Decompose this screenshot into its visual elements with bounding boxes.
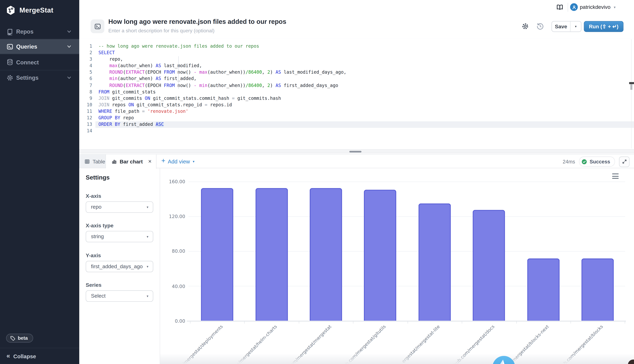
x-axis-value: repo: [91, 204, 102, 210]
code-line-6[interactable]: min(author_when) AS first_added,: [95, 76, 634, 82]
code-line-2[interactable]: SELECT: [95, 50, 634, 56]
x-axis-type-select[interactable]: string▾: [86, 231, 153, 242]
topbar-divider: [568, 3, 568, 12]
chart-settings-panel: Settings X-axisrepo▾X-axis typestring▾Y-…: [79, 168, 160, 364]
code-line-13[interactable]: ORDER BY first_added ASC: [95, 121, 634, 128]
x-axis-tick: [244, 321, 245, 324]
y-axis-select[interactable]: first_added_days_ago▾: [86, 261, 153, 272]
book-icon: [6, 28, 13, 35]
bar-om/mergestat/mergestat[interactable]: [310, 188, 342, 321]
x-axis-type-value: string: [91, 234, 104, 240]
query-title[interactable]: How long ago were renovate.json files ad…: [108, 18, 286, 26]
sidebar-item-repos[interactable]: Repos: [0, 24, 79, 39]
sql-editor[interactable]: 1234567891011121314 -- how long ago were…: [79, 38, 634, 149]
beta-badge: beta: [6, 334, 33, 342]
y-axis-tick-label: 40.00: [160, 283, 185, 289]
resizer-grip-handle[interactable]: [349, 150, 362, 152]
query-settings-gear-icon[interactable]: [522, 22, 529, 30]
terminal-icon: [6, 43, 13, 50]
y-axis-tick-label: 0.00: [160, 318, 185, 324]
sidebar-nav: ReposQueriesConnectSettings: [0, 24, 79, 85]
x-axis-tick: [625, 321, 625, 324]
field-label-series: Series: [86, 282, 102, 288]
add-view-caret-icon: ▾: [193, 160, 194, 164]
add-view-button[interactable]: + Add view ▾: [161, 154, 194, 168]
username[interactable]: patrickdevivo: [580, 4, 610, 10]
avatar[interactable]: [570, 3, 578, 11]
bar-ergestat/mergestat-lite[interactable]: [418, 204, 451, 321]
field-label-y-axis: Y-axis: [86, 252, 101, 258]
sidebar-item-connect[interactable]: Connect: [0, 54, 79, 70]
bar-m/mergestat/blocks-next[interactable]: [527, 258, 560, 321]
status-badge: Success: [579, 156, 615, 166]
check-circle-icon: [582, 159, 587, 164]
bar-hub.com/mergestat/docs[interactable]: [473, 210, 505, 321]
top-bar: patrickdevivo ▾: [79, 0, 634, 15]
query-description-placeholder[interactable]: Enter a short description for this query…: [108, 28, 214, 34]
chat-widget-button[interactable]: [492, 356, 515, 364]
editor-code[interactable]: -- how long ago were renovate.json files…: [79, 43, 634, 134]
chevron-down-icon: [66, 75, 72, 80]
table-icon: [84, 159, 90, 164]
user-menu-caret-icon[interactable]: ▾: [614, 5, 616, 9]
chevron-down-icon: [66, 29, 72, 34]
chart-context-menu-icon[interactable]: [612, 174, 619, 179]
query-terminal-icon: [90, 19, 104, 33]
collapse-button[interactable]: « Collapse: [0, 348, 79, 364]
gridline: [188, 182, 625, 182]
save-dropdown-caret-icon[interactable]: ▾: [570, 21, 581, 31]
dropdown-caret-icon: ▾: [146, 264, 148, 268]
code-line-11[interactable]: WHERE file_path = 'renovate.json': [95, 108, 634, 115]
docs-book-icon[interactable]: [556, 4, 563, 10]
bar-m/mergestat/helm-charts[interactable]: [256, 188, 288, 321]
settings-heading: Settings: [86, 174, 110, 181]
code-line-3[interactable]: repo,: [95, 56, 634, 63]
tab-table[interactable]: Table: [79, 154, 106, 168]
collapse-icon: «: [6, 352, 10, 360]
save-button[interactable]: Save ▾: [552, 21, 581, 32]
query-history-icon[interactable]: [536, 22, 544, 30]
series-select[interactable]: Select▾: [86, 290, 153, 302]
code-line-4[interactable]: max(author_when) AS last_modified,: [95, 63, 634, 69]
code-line-5[interactable]: ROUND(EXTRACT(EPOCH FROM now() - max(aut…: [95, 69, 634, 76]
close-tab-icon[interactable]: ✕: [148, 159, 152, 164]
results-pane: Settings X-axisrepo▾X-axis typestring▾Y-…: [79, 168, 634, 364]
run-button[interactable]: Run (⇧ + ↵): [584, 21, 624, 32]
bar-/mergestat/deployments[interactable]: [201, 188, 234, 321]
sidebar-item-settings[interactable]: Settings: [0, 70, 79, 85]
editor-scrollbar-thumb[interactable]: [630, 84, 632, 90]
code-line-9[interactable]: JOIN git_commits ON git_commit_stats.com…: [95, 95, 634, 102]
code-line-12[interactable]: GROUP BY repo: [95, 115, 634, 121]
field-label-x-axis-type: X-axis type: [86, 222, 114, 228]
sidebar-item-label: Settings: [16, 74, 38, 81]
code-line-8[interactable]: FROM git_commit_stats: [95, 89, 634, 95]
tab-bar-chart[interactable]: Bar chart ✕: [106, 154, 156, 168]
y-axis-value: first_added_days_ago: [91, 264, 143, 270]
gridline: [188, 286, 625, 286]
app-window: MergeStat ReposQueriesConnectSettings be…: [0, 0, 634, 364]
code-line-7[interactable]: ROUND(EXTRACT(EPOCH FROM now() - min(aut…: [95, 82, 634, 89]
sidebar-item-queries[interactable]: Queries: [0, 39, 79, 54]
code-line-1[interactable]: -- how long ago were renovate.json files…: [95, 43, 634, 50]
x-axis-tick: [516, 321, 517, 324]
plus-icon: +: [161, 157, 165, 165]
pane-resizer[interactable]: [79, 149, 634, 153]
x-axis-label: m/mergestat/helm-charts: [234, 324, 278, 364]
x-axis-tick: [190, 321, 190, 324]
x-axis-label: om/mergestat/mergestat: [289, 324, 332, 364]
bar-ub.com/mergestat/blocks[interactable]: [582, 258, 614, 321]
x-axis-label: hub.com/mergestat/docs: [452, 324, 496, 364]
code-line-10[interactable]: JOIN repos ON git_commit_stats.repo_id =…: [95, 102, 634, 108]
expand-results-button[interactable]: [619, 156, 630, 167]
x-axis-tick: [408, 321, 408, 324]
bar-chart-icon: [112, 159, 117, 164]
code-line-14[interactable]: [95, 128, 634, 134]
x-axis-label: ub.com/mergestat/gitutils: [342, 324, 387, 364]
bar-ub.com/mergestat/gitutils[interactable]: [364, 190, 396, 321]
gridline: [188, 251, 625, 252]
x-axis-select[interactable]: repo▾: [86, 201, 153, 212]
expand-icon: [622, 159, 627, 164]
x-axis-tick: [299, 321, 299, 324]
mergestat-logo[interactable]: MergeStat: [6, 5, 54, 15]
x-axis-label: ub.com/mergestat/blocks: [560, 324, 604, 364]
